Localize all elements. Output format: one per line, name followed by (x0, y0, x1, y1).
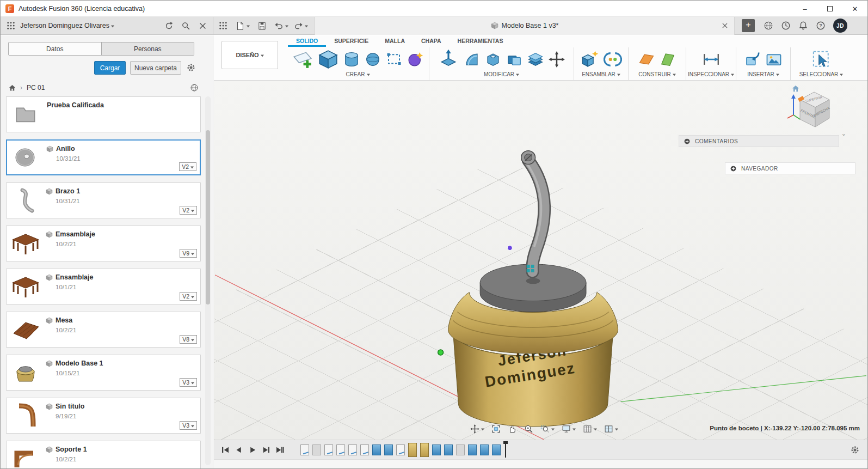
timeline-feature-sketch[interactable] (300, 444, 309, 455)
shell-icon[interactable] (485, 51, 501, 68)
minimize-button[interactable]: – (792, 1, 817, 17)
timeline-feature-appearance[interactable] (408, 443, 417, 457)
timeline-feature-sketch[interactable] (324, 444, 333, 455)
new-tab-button[interactable]: + (742, 19, 755, 32)
measure-icon[interactable] (702, 50, 721, 69)
tab-datos[interactable]: Datos (9, 42, 101, 55)
pattern-select-icon[interactable] (386, 51, 402, 68)
close-window-button[interactable]: ✕ (842, 1, 867, 17)
joint-icon[interactable] (604, 50, 622, 69)
grid-settings-button[interactable] (581, 423, 599, 435)
insert-derive-icon[interactable] (744, 51, 761, 68)
version-dropdown[interactable]: V3 (180, 421, 197, 430)
tab-superficie[interactable]: SUPERFICIE (326, 35, 377, 47)
version-dropdown[interactable]: V3 (180, 378, 197, 387)
list-item[interactable]: Ensamblaje 10/1/21 V2 (6, 269, 201, 304)
look-at-button[interactable] (490, 423, 502, 435)
version-dropdown[interactable]: V2 (180, 206, 197, 215)
group-label-insertar[interactable]: INSERTAR (747, 70, 779, 80)
group-label-modificar[interactable]: MODIFICAR (484, 70, 519, 80)
new-component-icon[interactable] (580, 50, 599, 69)
close-panel-icon[interactable] (198, 21, 207, 31)
zoom-button[interactable] (522, 423, 535, 435)
save-button[interactable] (257, 21, 267, 31)
list-item[interactable]: Modelo Base 1 10/15/21 V3 (6, 355, 201, 391)
scrollbar-thumb[interactable] (206, 130, 210, 304)
step-forward-button[interactable] (261, 445, 271, 455)
pattern-icon[interactable] (527, 51, 544, 68)
play-button[interactable] (248, 445, 257, 455)
fillet-icon[interactable] (464, 51, 480, 68)
canvas-image-icon[interactable] (766, 51, 782, 68)
panel-settings-gear-icon[interactable] (186, 63, 196, 72)
move-copy-icon[interactable] (549, 51, 565, 68)
home-icon[interactable] (8, 84, 16, 92)
document-tab[interactable]: Modelo Base 1 v3* (315, 17, 735, 35)
tab-herramientas[interactable]: HERRAMIENTAS (450, 35, 512, 47)
timeline-feature-sketch[interactable] (360, 444, 369, 455)
timeline-feature-extrude[interactable] (372, 444, 381, 455)
3d-viewport[interactable]: Jeferson Dominguez (214, 81, 867, 440)
timeline-settings-gear-icon[interactable] (850, 445, 860, 455)
viewcube[interactable]: SUPERIOR FRONTAL DERECHA (786, 83, 840, 135)
sketch-point[interactable] (438, 350, 444, 355)
tab-malla[interactable]: MALLA (377, 35, 413, 47)
version-dropdown[interactable]: V2 (180, 292, 197, 301)
help-icon[interactable] (816, 21, 826, 31)
tab-chapa[interactable]: CHAPA (413, 35, 450, 47)
apps-grid-icon[interactable] (218, 21, 228, 31)
viewports-button[interactable] (602, 423, 620, 435)
new-document-button[interactable] (236, 21, 250, 31)
list-item[interactable]: Sin título 9/19/21 V3 (6, 398, 201, 434)
list-item[interactable]: Brazo 1 10/31/21 V2 (6, 182, 201, 218)
extensions-web-icon[interactable] (764, 21, 773, 31)
skip-to-start-button[interactable] (220, 445, 230, 455)
list-item[interactable]: Anillo 10/31/21 V2 (6, 139, 201, 175)
version-dropdown[interactable]: V9 (180, 249, 197, 258)
timeline-feature-extrude[interactable] (480, 444, 489, 455)
version-dropdown[interactable]: V8 (180, 335, 197, 344)
workspace-selector[interactable]: DISEÑO (221, 41, 278, 69)
zoom-window-button[interactable] (539, 423, 556, 435)
maximize-button[interactable] (817, 1, 842, 17)
timeline-position-marker[interactable] (505, 442, 506, 458)
list-item[interactable]: Emsamblaje 10/2/21 V9 (6, 226, 201, 261)
group-label-ensamblar[interactable]: ENSAMBLAR (582, 70, 620, 80)
timeline-feature-extrude[interactable] (384, 444, 393, 455)
list-item-folder[interactable]: Prueba Calificada (6, 96, 201, 132)
version-dropdown[interactable]: V2 (179, 162, 196, 171)
account-menu[interactable]: Jeferson Dominguez Olivares (20, 22, 109, 29)
orbit-button[interactable] (469, 423, 486, 435)
timeline-feature[interactable] (456, 444, 465, 455)
timeline-feature-extrude[interactable] (432, 444, 441, 455)
navigator-panel-toggle[interactable]: NAVEGADOR (725, 162, 855, 174)
close-tab-icon[interactable] (721, 22, 729, 29)
group-label-construir[interactable]: CONSTRUIR (638, 70, 675, 80)
press-pull-icon[interactable] (438, 49, 459, 70)
viewcube-menu-arrow[interactable]: ⌄ (841, 130, 846, 137)
panel-scrollbar[interactable] (205, 96, 211, 465)
apps-grid-icon[interactable] (6, 21, 16, 31)
group-label-seleccionar[interactable]: SELECCIONAR (799, 70, 844, 80)
combine-icon[interactable] (506, 51, 522, 68)
refresh-icon[interactable] (164, 21, 174, 31)
breadcrumb-project[interactable]: PC 01 (27, 84, 45, 92)
sketch-vertex[interactable] (507, 246, 512, 251)
cylinder-icon[interactable] (343, 51, 360, 68)
new-folder-button[interactable]: Nueva carpeta (130, 61, 181, 75)
tab-solido[interactable]: SOLIDO (288, 35, 326, 47)
list-item[interactable]: Soporte 1 10/2/21 (6, 441, 201, 468)
tab-personas[interactable]: Personas (101, 42, 194, 55)
open-on-web-icon[interactable] (190, 83, 199, 92)
comments-panel-toggle[interactable]: COMENTARIOS (679, 135, 839, 147)
undo-button[interactable] (274, 21, 288, 31)
timeline-feature-extrude[interactable] (468, 444, 477, 455)
offset-plane-icon[interactable] (638, 51, 655, 68)
upload-button[interactable]: Cargar (94, 61, 126, 75)
model-body[interactable]: Jeferson Dominguez (448, 151, 618, 427)
sphere-icon[interactable] (365, 51, 381, 68)
select-icon[interactable] (812, 50, 830, 69)
form-icon[interactable] (407, 51, 423, 68)
timeline-feature-sketch[interactable] (348, 444, 357, 455)
notifications-bell-icon[interactable] (798, 21, 808, 31)
